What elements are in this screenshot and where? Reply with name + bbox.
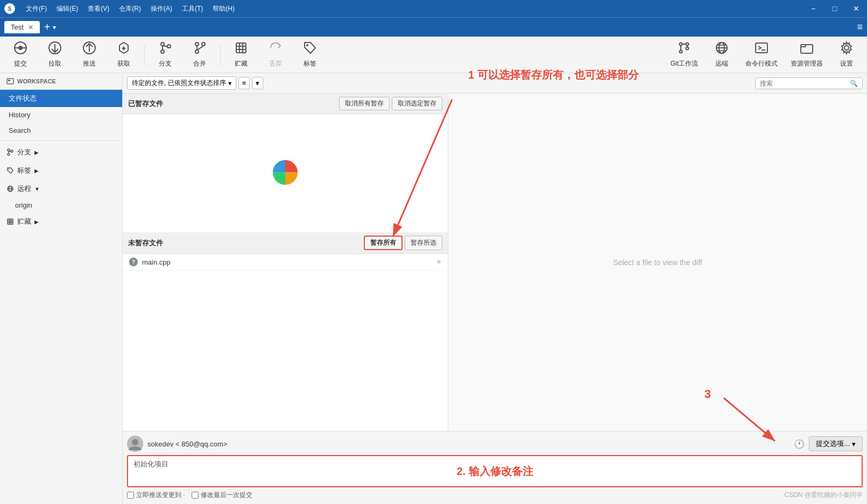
push-immediately-checkbox[interactable]: 立即推送变更到 · [127,491,185,500]
svg-point-16 [195,50,199,53]
tag-button[interactable]: 标签 [294,39,326,70]
branches-label: 分支 [17,147,31,157]
file-add-icon[interactable]: + [436,257,441,267]
sidebar-item-search[interactable]: Search [0,123,122,138]
sidebar-section-stashes[interactable]: 贮藏 ▶ [0,212,122,231]
staged-area [123,114,448,232]
sidebar-section-branches[interactable]: 分支 ▶ [0,143,122,161]
svg-point-3 [18,46,23,50]
commit-button[interactable]: 提交 [4,39,37,70]
remote-label: 远端 [715,59,728,68]
commit-message-box[interactable]: 初始化项目 2. 输入修改备注 [127,455,863,487]
svg-point-24 [306,44,308,46]
commit-footer: 立即推送变更到 · 修改最后一次提交 [127,491,863,500]
remotes-label: 远程 [17,184,31,194]
menu-repo[interactable]: 仓库(R) [115,3,145,15]
app-logo [272,159,299,186]
svg-rect-51 [8,219,13,224]
sidebar-item-history[interactable]: History [0,107,122,123]
push-label: 推送 [83,59,96,68]
fetch-button[interactable]: 获取 [108,39,140,70]
merge-button[interactable]: 合并 [184,39,216,70]
sidebar-item-file-status[interactable]: 文件状态 [0,90,122,107]
tags-chevron: ▶ [34,168,39,174]
minimize-button[interactable]: − [807,2,820,15]
divider-2 [220,44,221,66]
menu-help[interactable]: 帮助(H) [208,3,239,15]
menu-bar: 文件(F) 编辑(E) 查看(V) 仓库(R) 操作(A) 工具(T) 帮助(H… [22,3,239,15]
menu-edit[interactable]: 编辑(E) [52,3,82,15]
amend-input[interactable] [192,492,199,499]
menu-action[interactable]: 操作(A) [146,3,177,15]
sidebar-section-tags[interactable]: 标签 ▶ [0,161,122,180]
title-bar-left: S 文件(F) 编辑(E) 查看(V) 仓库(R) 操作(A) 工具(T) 帮助… [4,3,239,15]
stage-selected-button[interactable]: 暂存所选 [405,236,442,250]
file-item-main-cpp[interactable]: ? main.cpp + [123,254,448,271]
discard-button[interactable]: 丢弃 [259,39,292,70]
sidebar: WORKSPACE 文件状态 History Search 分支 ▶ 标签 ▶ … [0,73,123,504]
commit-area: sokedev < 850@qq.com> 🕐 提交选项... ▾ 初始化项目 … [123,431,867,504]
filter-view-list-icon: ≡ [242,79,246,87]
sidebar-section-remotes[interactable]: 远程 ▼ [0,180,122,198]
stashes-label: 贮藏 [17,217,31,226]
tab-hamburger[interactable]: ≡ [857,22,863,33]
remote-button[interactable]: 远端 [706,39,738,70]
pull-button[interactable]: 拉取 [39,39,71,70]
push-immediately-label: 立即推送变更到 · [136,491,185,500]
git-flow-icon [677,41,691,57]
commit-label: 提交 [14,59,27,68]
stage-all-button[interactable]: 暂存所有 [364,236,403,250]
close-button[interactable]: ✕ [850,2,863,15]
new-tab-button[interactable]: + [44,21,51,33]
app-icon: S [4,3,15,14]
unstaged-section-title: 未暂存文件 [128,238,163,248]
sidebar-child-origin[interactable]: origin [0,198,122,212]
staged-section-title: 已暂存文件 [128,99,163,109]
svg-point-12 [161,50,164,53]
amend-checkbox[interactable]: 修改最后一次提交 [192,491,252,500]
branch-button[interactable]: 分支 [149,39,181,70]
git-flow-button[interactable]: Git工作流 [665,39,703,70]
commit-message-hint: 初始化项目 [133,460,168,468]
tag-icon [303,41,317,57]
search-icon: 🔍 [850,80,858,87]
staged-section-header: 已暂存文件 取消所有暂存 取消选定暂存 [123,94,448,114]
remotes-chevron: ▼ [34,186,40,192]
explorer-button[interactable]: 资源管理器 [785,39,828,70]
menu-tools[interactable]: 工具(T) [178,3,207,15]
split-pane: 已暂存文件 取消所有暂存 取消选定暂存 [123,94,867,431]
svg-point-47 [9,169,10,170]
svg-point-58 [132,439,138,445]
tab-close-icon[interactable]: ✕ [28,24,33,31]
menu-view[interactable]: 查看(V) [83,3,114,15]
menu-file[interactable]: 文件(F) [22,3,51,15]
svg-point-27 [686,43,689,46]
toolbar: 提交 拉取 推送 获取 分支 [0,37,867,73]
stash-button[interactable]: 贮藏 [225,39,257,70]
staged-section-actions: 取消所有暂存 取消选定暂存 [339,97,442,110]
filter-view-dropdown-icon: ▾ [256,79,259,87]
filter-view-list[interactable]: ≡ [238,77,250,89]
terminal-button[interactable]: 命令行模式 [740,39,783,70]
tab-test[interactable]: Test ✕ [4,21,40,33]
filter-view-dropdown[interactable]: ▾ [252,77,263,89]
push-button[interactable]: 推送 [73,39,105,70]
search-input[interactable] [760,80,848,87]
commit-options-arrow: ▾ [852,440,856,448]
filter-dropdown[interactable]: 待定的文件, 已依照文件状态排序 ▾ [127,76,236,90]
remote-icon [715,41,729,57]
settings-button[interactable]: 设置 [830,39,863,70]
unstage-selected-button[interactable]: 取消选定暂存 [392,97,442,110]
author-avatar [127,436,143,452]
unstage-all-button[interactable]: 取消所有暂存 [339,97,390,110]
commit-options-button[interactable]: 提交选项... ▾ [809,436,863,451]
pull-label: 拉取 [48,59,61,68]
maximize-button[interactable]: □ [828,2,841,15]
divider-1 [144,44,145,66]
commit-time-icon[interactable]: 🕐 [794,439,805,449]
push-immediately-input[interactable] [127,492,134,499]
tab-dropdown-button[interactable]: ▾ [53,24,56,31]
commit-author-row: sokedev < 850@qq.com> 🕐 提交选项... ▾ [127,436,863,452]
fetch-label: 获取 [117,59,130,68]
pull-icon [48,41,62,57]
